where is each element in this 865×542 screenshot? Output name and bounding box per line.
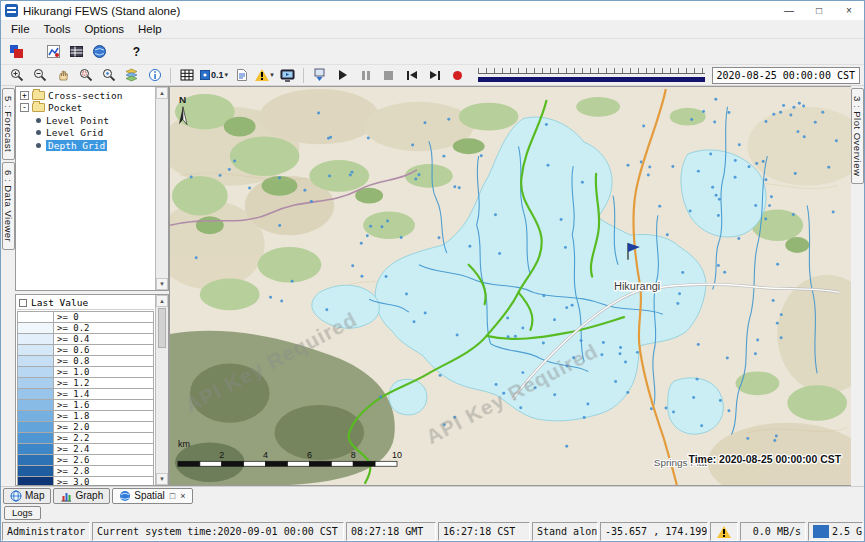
scroll-up-icon[interactable]: ▲: [156, 87, 168, 99]
close-button[interactable]: ×: [834, 1, 864, 20]
zoom-extent-icon[interactable]: [98, 66, 119, 85]
legend-header: Last Value: [17, 296, 154, 310]
legend-swatch: [18, 422, 54, 432]
logs-button[interactable]: Logs: [4, 506, 41, 520]
legend-swatch: [18, 378, 54, 388]
legend-swatch: [18, 444, 54, 454]
zoom-box-icon[interactable]: [75, 66, 96, 85]
tab-maximize-icon[interactable]: □: [170, 491, 175, 501]
stop-button[interactable]: [378, 66, 399, 85]
zoom-out-icon[interactable]: [29, 66, 50, 85]
minimize-button[interactable]: —: [774, 1, 804, 20]
legend-swatch: [18, 466, 54, 476]
skip-to-start-button[interactable]: [401, 66, 422, 85]
status-network: 0.0 MB/s: [740, 522, 806, 541]
main-content: 5 : Forecast 6 : Data Viewer + Cross-sec…: [1, 86, 864, 486]
collapse-icon[interactable]: -: [20, 103, 29, 112]
legend-label: >= 2.6: [54, 455, 90, 465]
tree-item-pocket[interactable]: - Pocket: [18, 102, 154, 115]
legend-row: >= 2.8: [18, 466, 153, 477]
legend-row: >= 2.6: [18, 455, 153, 466]
thresholds-warning-dropdown[interactable]: ▾: [254, 66, 275, 85]
data-display-icon[interactable]: [43, 42, 64, 61]
tree-item-level-point[interactable]: Level Point: [18, 114, 154, 127]
time-slider[interactable]: [478, 67, 704, 83]
tree-item-depth-grid[interactable]: Depth Grid: [18, 139, 154, 152]
menu-options[interactable]: Options: [77, 22, 131, 36]
left-panel: + Cross-section - Pocket Level Point Lev…: [15, 86, 169, 486]
legend-swatch: [18, 389, 54, 399]
scroll-up-icon[interactable]: ▲: [156, 295, 168, 307]
animation-display-icon[interactable]: [277, 66, 298, 85]
time-slider-range: [478, 77, 704, 82]
tab-spatial[interactable]: Spatial □ ×: [112, 488, 192, 504]
expand-icon[interactable]: +: [20, 91, 29, 100]
tab-map[interactable]: Map: [3, 488, 51, 504]
legend-label: >= 0: [54, 312, 79, 322]
grid-precision-value: 0.1: [211, 70, 224, 80]
info-icon[interactable]: [144, 66, 165, 85]
last-value-checkbox[interactable]: [19, 299, 27, 307]
import-status-icon[interactable]: [6, 42, 27, 61]
pan-hand-icon[interactable]: [52, 66, 73, 85]
status-warning[interactable]: [710, 522, 738, 541]
play-button[interactable]: [332, 66, 353, 85]
svg-text:8: 8: [351, 450, 356, 460]
warning-icon: [717, 526, 731, 538]
tree-item-cross-section[interactable]: + Cross-section: [18, 89, 154, 102]
export-animation-icon[interactable]: [309, 66, 330, 85]
legend-swatch: [18, 334, 54, 344]
tab-graph[interactable]: Graph: [53, 488, 110, 504]
grid-display-icon[interactable]: [176, 66, 197, 85]
document-icon[interactable]: [231, 66, 252, 85]
status-memory[interactable]: 2.5 GB: [808, 522, 863, 541]
map-toolbar: 0.1 ▾ ▾ 2020-08-25 00:00:00 CST: [1, 64, 864, 86]
tab-forecast[interactable]: 5 : Forecast: [2, 88, 15, 160]
left-tab-strip: 5 : Forecast 6 : Data Viewer: [1, 86, 15, 486]
chevron-down-icon: ▾: [270, 71, 274, 79]
skip-to-end-button[interactable]: [424, 66, 445, 85]
map-canvas[interactable]: Hikurangi Springs Flat API Key Required …: [170, 87, 851, 485]
legend-swatch: [18, 345, 54, 355]
legend-swatch: [18, 477, 54, 486]
menu-tools[interactable]: Tools: [37, 22, 78, 36]
menu-file[interactable]: File: [4, 22, 37, 36]
warning-icon: [255, 69, 269, 81]
zoom-in-icon[interactable]: [6, 66, 27, 85]
legend-scrollbar[interactable]: ▲ ▼: [155, 295, 168, 485]
grid-precision-dropdown[interactable]: 0.1 ▾: [199, 66, 229, 85]
svg-text:2: 2: [219, 450, 224, 460]
legend-row: >= 0.6: [18, 345, 153, 356]
legend-label: >= 2.4: [54, 444, 90, 454]
legend-label: >= 1.8: [54, 411, 90, 421]
scroll-thumb[interactable]: [158, 308, 166, 348]
scroll-down-icon[interactable]: ▼: [156, 473, 168, 485]
tab-data-viewer[interactable]: 6 : Data Viewer: [2, 162, 15, 250]
folder-icon: [32, 91, 45, 100]
legend-label: >= 2.0: [54, 422, 90, 432]
legend-label: >= 0.4: [54, 334, 90, 344]
maximize-button[interactable]: □: [804, 1, 834, 20]
help-icon[interactable]: ?: [126, 42, 147, 61]
map-time-label: Time: 2020-08-25 00:00:00 CST: [688, 454, 841, 465]
record-button[interactable]: [447, 66, 468, 85]
scroll-down-icon[interactable]: ▼: [156, 278, 168, 290]
tree-item-label: Pocket: [48, 102, 82, 113]
tab-plot-overview[interactable]: 3 : Plot Overview: [851, 88, 864, 184]
menu-help[interactable]: Help: [131, 22, 169, 36]
legend-row: >= 0.2: [18, 323, 153, 334]
legend-row: >= 1.2: [18, 378, 153, 389]
legend-label: >= 0.2: [54, 323, 90, 333]
data-editor-icon[interactable]: [66, 42, 87, 61]
tab-close-icon[interactable]: ×: [180, 491, 185, 501]
legend-label: >= 1.6: [54, 400, 90, 410]
svg-text:4: 4: [263, 450, 268, 460]
tree-item-label: Level Grid: [46, 127, 103, 138]
spatial-display-icon[interactable]: [89, 42, 110, 61]
pause-button[interactable]: [355, 66, 376, 85]
legend-header-label: Last Value: [31, 297, 88, 308]
layers-icon[interactable]: [121, 66, 142, 85]
tree-scrollbar[interactable]: ▲ ▼: [155, 87, 168, 290]
tree-item-level-grid[interactable]: Level Grid: [18, 127, 154, 140]
status-gmt-time: 08:27:18 GMT: [346, 522, 436, 541]
